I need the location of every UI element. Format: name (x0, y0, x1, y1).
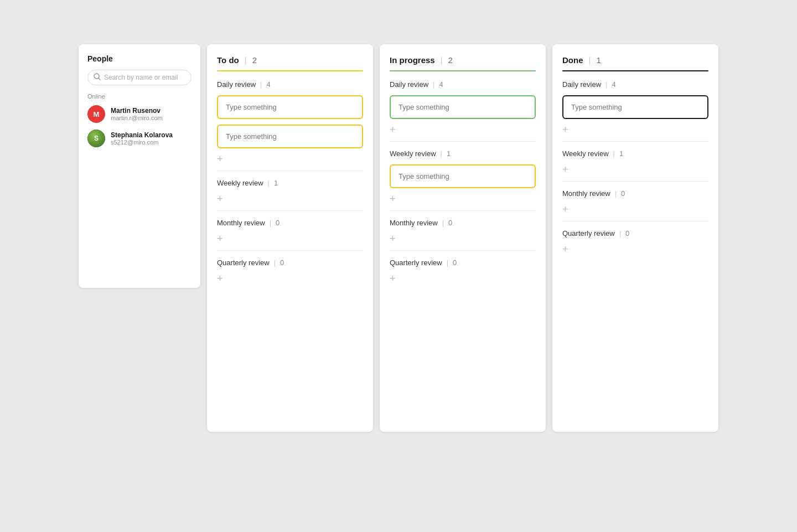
section-todo-quarterly-header: Quarterly review | 0 (217, 259, 363, 267)
section-inprogress-daily-header: Daily review | 4 (390, 80, 536, 89)
person-item-martin: M Martin Rusenov martin.r@miro.com (87, 105, 192, 123)
add-card-todo-monthly[interactable]: + (217, 234, 223, 244)
section-todo-monthly-title: Monthly review (217, 219, 265, 227)
column-done-pipe: | (589, 55, 591, 65)
add-card-todo-weekly[interactable]: + (217, 194, 223, 204)
person-info-martin: Martin Rusenov martin.r@miro.com (111, 107, 163, 121)
section-done-monthly-title: Monthly review (562, 189, 610, 198)
separator-inprogress-3 (390, 250, 536, 251)
column-todo-underline (217, 70, 363, 71)
section-done-weekly-count: 1 (619, 149, 623, 158)
section-inprogress-weekly: Weekly review | 1 + (390, 149, 536, 204)
column-inprogress-pipe: | (441, 55, 443, 65)
person-item-stephania: S Stephania Kolarova s5212@miro.com (87, 130, 192, 147)
section-inprogress-quarterly-count: 0 (453, 259, 457, 267)
section-inprogress-monthly: Monthly review | 0 + (390, 219, 536, 244)
main-container: People Online M Martin Rusenov martin.r@… (79, 44, 718, 432)
section-todo-daily-title: Daily review (217, 80, 256, 89)
section-done-quarterly-count: 0 (625, 229, 629, 237)
section-done-daily-header: Daily review | 4 (562, 80, 708, 89)
add-card-done-monthly[interactable]: + (562, 204, 568, 214)
section-inprogress-quarterly-title: Quarterly review (390, 259, 442, 267)
add-card-todo-daily[interactable]: + (217, 154, 223, 164)
online-label: Online (87, 93, 192, 100)
section-done-quarterly-header: Quarterly review | 0 (562, 229, 708, 237)
section-done-monthly: Monthly review | 0 + (562, 189, 708, 214)
kanban-board: To do | 2 Daily review | 4 + Week (207, 44, 718, 432)
search-box[interactable] (87, 70, 192, 85)
section-done-weekly-title: Weekly review (562, 149, 609, 158)
avatar-stephania: S (87, 130, 105, 147)
section-done-quarterly: Quarterly review | 0 + (562, 229, 708, 254)
section-inprogress-quarterly-header: Quarterly review | 0 (390, 259, 536, 267)
search-icon (94, 73, 101, 82)
avatar-martin: M (87, 105, 105, 123)
section-inprogress-daily: Daily review | 4 + (390, 80, 536, 135)
section-todo-monthly-count: 0 (276, 219, 280, 227)
card-input-todo-daily-1[interactable] (217, 95, 363, 119)
person-email-martin: martin.r@miro.com (111, 115, 163, 121)
people-panel: People Online M Martin Rusenov martin.r@… (79, 44, 200, 288)
section-inprogress-weekly-title: Weekly review (390, 149, 436, 158)
column-todo-count: 2 (252, 55, 257, 65)
separator-done-1 (562, 141, 708, 142)
section-todo-weekly-header: Weekly review | 1 (217, 179, 363, 187)
column-todo-title: To do (217, 55, 239, 65)
column-todo-pipe: | (245, 55, 247, 65)
section-inprogress-monthly-count: 0 (448, 219, 452, 227)
add-card-inprogress-quarterly[interactable]: + (390, 273, 396, 283)
avatar-stephania-inner: S (87, 130, 105, 147)
column-done: Done | 1 Daily review | 4 + Weekly revie… (552, 44, 718, 432)
section-done-quarterly-title: Quarterly review (562, 229, 615, 237)
section-done-monthly-header: Monthly review | 0 (562, 189, 708, 198)
section-inprogress-weekly-count: 1 (447, 149, 451, 158)
section-todo-daily-header: Daily review | 4 (217, 80, 363, 89)
section-inprogress-quarterly: Quarterly review | 0 + (390, 259, 536, 283)
separator-inprogress-1 (390, 141, 536, 142)
section-done-weekly-header: Weekly review | 1 (562, 149, 708, 158)
section-done-daily-title: Daily review (562, 80, 601, 89)
search-input[interactable] (104, 74, 185, 81)
separator-todo-1 (217, 171, 363, 171)
separator-todo-2 (217, 210, 363, 211)
add-card-done-quarterly[interactable]: + (562, 244, 568, 254)
column-todo: To do | 2 Daily review | 4 + Week (207, 44, 373, 432)
add-card-done-weekly[interactable]: + (562, 164, 568, 174)
person-info-stephania: Stephania Kolarova s5212@miro.com (111, 131, 173, 146)
separator-inprogress-2 (390, 210, 536, 211)
section-inprogress-monthly-title: Monthly review (390, 219, 438, 227)
column-inprogress: In progress | 2 Daily review | 4 + Weekl… (380, 44, 546, 432)
section-inprogress-weekly-header: Weekly review | 1 (390, 149, 536, 158)
section-done-monthly-count: 0 (621, 189, 625, 198)
column-inprogress-header: In progress | 2 (390, 55, 536, 65)
card-input-inprogress-weekly-1[interactable] (390, 164, 536, 188)
section-done-daily-count: 4 (612, 80, 615, 89)
section-todo-weekly-count: 1 (274, 179, 278, 187)
svg-line-1 (99, 78, 100, 80)
section-todo-quarterly-count: 0 (280, 259, 284, 267)
section-done-weekly: Weekly review | 1 + (562, 149, 708, 174)
add-card-inprogress-daily[interactable]: + (390, 125, 396, 135)
section-todo-daily-count: 4 (266, 80, 270, 89)
separator-done-3 (562, 221, 708, 221)
card-input-inprogress-daily-1[interactable] (390, 95, 536, 119)
section-inprogress-daily-title: Daily review (390, 80, 428, 89)
section-todo-monthly: Monthly review | 0 + (217, 219, 363, 244)
column-inprogress-underline (390, 70, 536, 71)
column-done-header: Done | 1 (562, 55, 708, 65)
add-card-done-daily[interactable]: + (562, 125, 568, 135)
card-input-done-daily-1[interactable] (562, 95, 708, 119)
section-todo-daily: Daily review | 4 + (217, 80, 363, 164)
add-card-inprogress-monthly[interactable]: + (390, 234, 396, 244)
section-todo-quarterly: Quarterly review | 0 + (217, 259, 363, 283)
section-todo-weekly: Weekly review | 1 + (217, 179, 363, 204)
section-inprogress-monthly-header: Monthly review | 0 (390, 219, 536, 227)
column-done-count: 1 (596, 55, 601, 65)
card-input-todo-daily-2[interactable] (217, 125, 363, 148)
section-todo-monthly-header: Monthly review | 0 (217, 219, 363, 227)
add-card-inprogress-weekly[interactable]: + (390, 194, 396, 204)
people-panel-title: People (87, 54, 192, 63)
add-card-todo-quarterly[interactable]: + (217, 273, 223, 283)
column-inprogress-title: In progress (390, 55, 435, 65)
separator-done-2 (562, 181, 708, 182)
